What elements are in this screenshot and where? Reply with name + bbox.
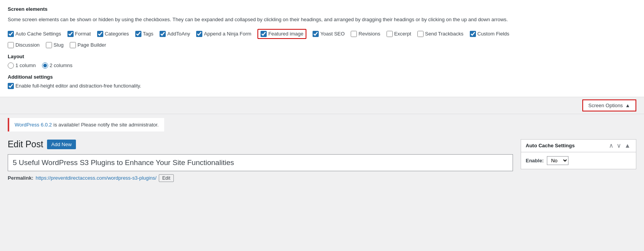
checkbox-custom-fields-label: Custom Fields <box>478 31 509 37</box>
checkbox-featured-image-input[interactable] <box>261 31 267 37</box>
checkbox-send-trackbacks-input[interactable] <box>417 31 424 37</box>
checkbox-auto-cache-input[interactable] <box>8 31 14 37</box>
screen-options-bar: Screen Options ▲ <box>0 97 644 114</box>
checkbox-discussion[interactable]: Discussion <box>8 42 40 48</box>
checkboxes-row-2: Discussion Slug Page Builder <box>8 42 636 48</box>
screen-options-arrow-icon: ▲ <box>625 103 630 108</box>
checkbox-send-trackbacks[interactable]: Send Trackbacks <box>417 31 464 37</box>
checkbox-excerpt-label: Excerpt <box>394 31 411 37</box>
permalink-label: Permalink: <box>8 175 33 181</box>
screen-options-panel: Screen elements Some screen elements can… <box>0 0 644 97</box>
checkbox-tags-input[interactable] <box>135 31 141 37</box>
meta-box-toggle-button[interactable]: ▲ <box>624 143 631 149</box>
checkbox-featured-image[interactable]: Featured image <box>257 29 306 39</box>
checkbox-auto-cache[interactable]: Auto Cache Settings <box>8 31 61 37</box>
checkbox-yoast-seo-label: Yoast SEO <box>320 31 345 37</box>
checkbox-send-trackbacks-label: Send Trackbacks <box>425 31 464 37</box>
radio-2col-label: 2 columns <box>50 62 72 68</box>
radio-2col[interactable]: 2 columns <box>42 62 72 69</box>
checkbox-full-height[interactable]: Enable full-height editor and distractio… <box>8 83 630 89</box>
enable-label: Enable: <box>526 158 544 163</box>
permalink-row: Permalink: https://preventdirectaccess.c… <box>8 174 513 182</box>
enable-row: Enable: No Yes <box>526 156 631 165</box>
checkbox-full-height-input[interactable] <box>8 83 14 89</box>
checkbox-tags[interactable]: Tags <box>135 31 153 37</box>
notice-message: is available! Please notify the site adm… <box>54 122 159 128</box>
checkbox-format-input[interactable] <box>67 31 74 37</box>
checkbox-custom-fields[interactable]: Custom Fields <box>470 31 509 37</box>
notice-area: WordPress 6.0.2 is available! Please not… <box>0 114 644 135</box>
checkbox-append-ninja-input[interactable] <box>196 31 202 37</box>
checkbox-revisions[interactable]: Revisions <box>351 31 380 37</box>
enable-select[interactable]: No Yes <box>547 156 568 165</box>
checkbox-yoast-seo[interactable]: Yoast SEO <box>313 31 345 37</box>
checkbox-format-label: Format <box>75 31 91 37</box>
checkbox-categories-label: Categories <box>105 31 129 37</box>
checkbox-slug[interactable]: Slug <box>46 42 64 48</box>
radio-2col-input[interactable] <box>42 62 48 69</box>
checkbox-slug-input[interactable] <box>46 42 52 48</box>
checkbox-featured-image-label: Featured image <box>268 31 303 37</box>
meta-box-body: Enable: No Yes <box>521 152 636 169</box>
main-content: Edit Post Add New Permalink: https://pre… <box>0 135 644 190</box>
additional-settings-section: Additional settings Enable full-height e… <box>8 74 636 89</box>
screen-elements-desc: Some screen elements can be shown or hid… <box>8 16 636 24</box>
checkbox-addtoany-input[interactable] <box>160 31 166 37</box>
wordpress-version-link[interactable]: WordPress 6.0.2 <box>15 122 52 128</box>
checkbox-revisions-input[interactable] <box>351 31 357 37</box>
screen-options-button-label: Screen Options <box>589 103 623 108</box>
layout-section: Layout 1 column 2 columns <box>8 54 636 69</box>
page-title: Edit Post <box>8 139 43 150</box>
checkbox-page-builder-input[interactable] <box>70 42 76 48</box>
checkbox-custom-fields-input[interactable] <box>470 31 476 37</box>
checkbox-addtoany-label: AddToAny <box>167 31 190 37</box>
screen-options-button[interactable]: Screen Options ▲ <box>582 99 636 111</box>
checkbox-discussion-label: Discussion <box>15 42 40 48</box>
layout-radio-group: 1 column 2 columns <box>8 62 636 69</box>
left-column: Edit Post Add New Permalink: https://pre… <box>8 139 513 182</box>
checkboxes-row-1: Auto Cache Settings Format Categories Ta… <box>8 29 636 39</box>
checkbox-page-builder[interactable]: Page Builder <box>70 42 106 48</box>
edit-permalink-button[interactable]: Edit <box>159 174 174 182</box>
checkbox-format[interactable]: Format <box>67 31 91 37</box>
checkbox-categories[interactable]: Categories <box>97 31 129 37</box>
add-new-button[interactable]: Add New <box>47 140 76 149</box>
checkbox-slug-label: Slug <box>54 42 64 48</box>
checkbox-append-ninja-label: Append a Ninja Form <box>204 31 251 37</box>
meta-box-down-button[interactable]: ∨ <box>616 143 622 149</box>
layout-title: Layout <box>8 54 636 59</box>
checkbox-page-builder-label: Page Builder <box>77 42 106 48</box>
meta-box-title: Auto Cache Settings <box>526 143 575 148</box>
radio-1col[interactable]: 1 column <box>8 62 36 69</box>
checkbox-full-height-label: Enable full-height editor and distractio… <box>15 83 141 89</box>
screen-elements-title: Screen elements <box>8 6 636 12</box>
checkbox-revisions-label: Revisions <box>358 31 380 37</box>
checkbox-append-ninja[interactable]: Append a Ninja Form <box>196 31 251 37</box>
update-notice: WordPress 6.0.2 is available! Please not… <box>8 118 164 131</box>
radio-1col-label: 1 column <box>15 62 36 68</box>
checkbox-categories-input[interactable] <box>97 31 103 37</box>
meta-box-up-button[interactable]: ∧ <box>608 143 614 149</box>
checkbox-addtoany[interactable]: AddToAny <box>160 31 190 37</box>
checkbox-tags-label: Tags <box>143 31 153 37</box>
edit-post-header: Edit Post Add New <box>8 139 513 150</box>
radio-1col-input[interactable] <box>8 62 14 69</box>
checkbox-discussion-input[interactable] <box>8 42 14 48</box>
permalink-link[interactable]: https://preventdirectaccess.com/wordpres… <box>35 175 156 181</box>
checkbox-auto-cache-label: Auto Cache Settings <box>15 31 61 37</box>
checkbox-excerpt[interactable]: Excerpt <box>387 31 411 37</box>
additional-settings-title: Additional settings <box>8 74 636 80</box>
auto-cache-settings-metabox: Auto Cache Settings ∧ ∨ ▲ Enable: No Yes <box>521 139 636 169</box>
post-title-input[interactable] <box>8 154 513 171</box>
checkbox-yoast-seo-input[interactable] <box>313 31 319 37</box>
meta-box-header[interactable]: Auto Cache Settings ∧ ∨ ▲ <box>521 140 636 152</box>
right-column: Auto Cache Settings ∧ ∨ ▲ Enable: No Yes <box>521 139 636 169</box>
checkbox-excerpt-input[interactable] <box>387 31 393 37</box>
meta-box-controls: ∧ ∨ ▲ <box>608 143 631 149</box>
